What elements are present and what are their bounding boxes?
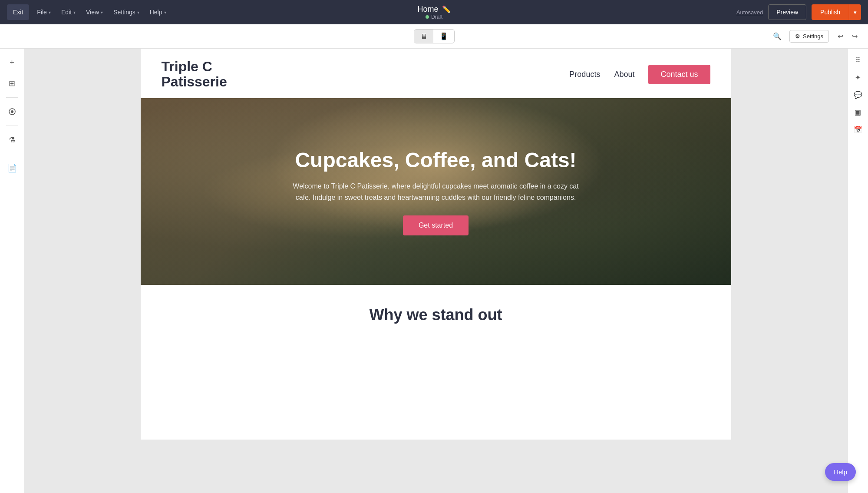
right-sidebar: ⠿ ✦ 💬 ▣ 📅 — [847, 49, 868, 493]
star-icon: ✦ — [855, 73, 861, 82]
undo-icon: ↩ — [838, 33, 843, 40]
mobile-view-button[interactable]: 📱 — [433, 30, 454, 43]
top-bar-menu: File ▾ Edit ▾ View ▾ Settings ▾ Help ▾ — [33, 6, 170, 18]
site-logo: Triple C Patisserie — [162, 59, 227, 89]
help-fab-button[interactable]: Help — [825, 463, 856, 481]
publish-button[interactable]: Publish — [812, 4, 849, 20]
grid-icon: ⠿ — [855, 56, 861, 64]
sidebar-divider — [6, 97, 18, 98]
gear-icon: ⚙ — [795, 33, 800, 40]
mobile-icon: 📱 — [439, 33, 448, 40]
site-header: Triple C Patisserie Products About Conta… — [141, 49, 731, 98]
redo-button[interactable]: ↪ — [848, 30, 861, 42]
undo-redo-group: ↩ ↪ — [834, 30, 861, 42]
calendar-panel-button[interactable]: 📅 — [850, 122, 866, 137]
exit-button[interactable]: Exit — [7, 4, 29, 20]
cursor-icon — [8, 107, 17, 116]
calendar-icon: 📅 — [854, 126, 862, 134]
edit-title-icon[interactable]: ✏️ — [442, 5, 451, 13]
left-sidebar: + ⊞ ⚗ 📄 — [0, 49, 24, 493]
help-menu[interactable]: Help ▾ — [145, 6, 171, 18]
page-icon: 📄 — [7, 163, 17, 173]
second-bar: 🖥 📱 🔍 ⚙ Settings ↩ ↪ — [0, 24, 868, 49]
plus-icon: + — [10, 58, 14, 67]
hero-content: Cupcakes, Coffee, and Cats! Welcome to T… — [280, 139, 592, 244]
preview-button[interactable]: Preview — [768, 4, 806, 20]
settings-bar-button[interactable]: ⚙ Settings — [789, 30, 829, 43]
hero-cta-button[interactable]: Get started — [403, 215, 469, 235]
sidebar-divider — [6, 154, 18, 154]
desktop-view-button[interactable]: 🖥 — [414, 30, 433, 43]
edit-menu[interactable]: Edit ▾ — [57, 6, 80, 18]
cursor-tool-button[interactable] — [3, 103, 21, 120]
nav-contact-button[interactable]: Contact us — [648, 65, 710, 84]
hero-section: Cupcakes, Coffee, and Cats! Welcome to T… — [141, 98, 731, 285]
star-panel-button[interactable]: ✦ — [850, 69, 866, 85]
main-layout: + ⊞ ⚗ 📄 Triple C Patisserie — [0, 49, 868, 493]
draft-status-dot — [426, 15, 429, 19]
add-element-button[interactable]: + — [3, 54, 21, 71]
file-menu[interactable]: File ▾ — [33, 6, 55, 18]
chat-panel-button[interactable]: 💬 — [850, 87, 866, 103]
settings-menu[interactable]: Settings ▾ — [109, 6, 144, 18]
search-button[interactable]: 🔍 — [770, 30, 784, 43]
hero-description: Welcome to Triple C Patisserie, where de… — [288, 181, 584, 203]
chevron-down-icon: ▾ — [73, 10, 76, 15]
chevron-down-icon: ▾ — [164, 10, 166, 15]
layers-button[interactable]: ⊞ — [3, 75, 21, 92]
view-menu[interactable]: View ▾ — [82, 6, 107, 18]
canvas-area: Triple C Patisserie Products About Conta… — [24, 49, 847, 493]
page-title-area: Home ✏️ Draft — [417, 5, 450, 20]
svg-point-1 — [11, 110, 13, 113]
desktop-icon: 🖥 — [420, 33, 427, 40]
lab-icon: ⚗ — [9, 135, 16, 145]
page-button[interactable]: 📄 — [3, 159, 21, 177]
grid-panel-button[interactable]: ⠿ — [850, 52, 866, 68]
chevron-down-icon: ▾ — [854, 9, 857, 16]
top-bar-right: Autosaved Preview Publish ▾ — [736, 4, 861, 20]
view-toggle: 🖥 📱 — [414, 29, 455, 43]
top-bar: Exit File ▾ Edit ▾ View ▾ Settings ▾ Hel… — [0, 0, 868, 24]
panel-button[interactable]: ▣ — [850, 104, 866, 120]
chevron-down-icon: ▾ — [49, 10, 51, 15]
draft-label: Draft — [431, 14, 442, 20]
chevron-down-icon: ▾ — [101, 10, 103, 15]
website-container: Triple C Patisserie Products About Conta… — [141, 49, 731, 440]
second-bar-right: 🔍 ⚙ Settings ↩ ↪ — [770, 30, 861, 43]
page-title: Home — [417, 5, 438, 14]
redo-icon: ↪ — [852, 33, 858, 40]
logo-line2: Patisserie — [162, 74, 227, 89]
undo-button[interactable]: ↩ — [834, 30, 847, 42]
site-nav: Products About Contact us — [569, 65, 710, 84]
publish-arrow-button[interactable]: ▾ — [849, 4, 861, 20]
lab-button[interactable]: ⚗ — [3, 131, 21, 149]
autosaved-label[interactable]: Autosaved — [736, 9, 763, 16]
panel-icon: ▣ — [855, 108, 861, 116]
sidebar-divider — [6, 126, 18, 126]
logo-line1: Triple C — [162, 59, 227, 74]
search-icon: 🔍 — [773, 33, 782, 40]
nav-about-link[interactable]: About — [614, 70, 634, 79]
nav-products-link[interactable]: Products — [569, 70, 600, 79]
section-title: Why we stand out — [162, 306, 710, 324]
hero-title: Cupcakes, Coffee, and Cats! — [288, 148, 584, 172]
chevron-down-icon: ▾ — [137, 10, 139, 15]
publish-button-group: Publish ▾ — [812, 4, 861, 20]
below-hero-section: Why we stand out — [141, 285, 731, 345]
layers-icon: ⊞ — [9, 79, 15, 88]
chat-icon: 💬 — [854, 91, 862, 99]
